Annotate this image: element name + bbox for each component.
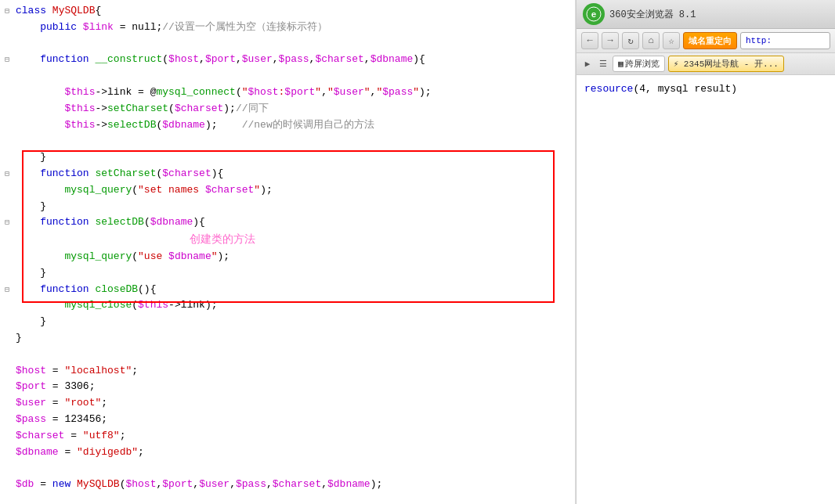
line-8: $this->selectDB($dbname); //new的时候调用自己的方…: [0, 117, 575, 134]
refresh-button[interactable]: ↻: [622, 32, 639, 49]
code-line-20: }: [14, 330, 575, 347]
code-line-13: }: [14, 199, 575, 215]
fold-icon-17[interactable]: ⊟: [0, 282, 14, 297]
split-screen-icon: ▦: [618, 59, 624, 69]
split-screen-button[interactable]: ▦ 跨屏浏览: [613, 56, 665, 72]
fold-icon-10: [0, 149, 14, 152]
line-7: $this->setCharset($charset);//同下: [0, 101, 575, 117]
svg-text:e: e: [591, 10, 597, 20]
line-19: }: [0, 314, 575, 330]
fold-icon-19: [0, 314, 14, 316]
code-line-25: $pass = 123456;: [14, 412, 575, 428]
fold-icon-4[interactable]: ⊟: [0, 52, 14, 67]
code-line-15: mysql_query("use $dbname");: [14, 249, 575, 265]
fold-icon-6: [0, 85, 14, 87]
browser-titlebar: e 360安全浏览器 8.1: [577, 0, 835, 29]
nav-site-button[interactable]: ⚡ 2345网址导航 - 开...: [668, 56, 784, 72]
home-button[interactable]: ⌂: [642, 32, 660, 49]
code-line-27: $dbname = "diyigedb";: [14, 445, 575, 461]
line-21: [0, 347, 575, 363]
code-line-2: public $link = null;//设置一个属性为空（连接标示符）: [14, 20, 575, 36]
fold-icon-26: [0, 428, 14, 430]
code-line-22: $host = "localhost";: [14, 363, 575, 380]
resource-params: (4, mysql result): [633, 83, 737, 95]
fold-icon-15: [0, 249, 14, 251]
fold-icon-25: [0, 412, 14, 414]
line-2: public $link = null;//设置一个属性为空（连接标示符）: [0, 20, 575, 36]
resource-output: resource(4, mysql result): [584, 83, 827, 95]
forward-button[interactable]: →: [602, 32, 619, 49]
address-text: http:: [746, 36, 772, 45]
browser-panel: e 360安全浏览器 8.1 ← → ↻ ⌂ ☆ 域名重定向 http: ▶ ☰…: [576, 0, 835, 504]
code-line-26: $charset = "utf8";: [14, 428, 575, 445]
line-30: [0, 493, 575, 504]
line-14: ⊟ function selectDB($dbname){ 创建类的方法: [0, 214, 575, 249]
line-4: ⊟ function __construct($host,$port,$user…: [0, 52, 575, 68]
line-3: [0, 36, 575, 52]
sidebar-toggle-button[interactable]: ▶: [581, 58, 594, 70]
line-6: $this->link = @mysql_connect("$host:$por…: [0, 85, 575, 101]
code-line-30: [14, 493, 575, 504]
fold-icon-24: [0, 395, 14, 398]
code-line-23: $port = 3306;: [14, 379, 575, 395]
browser-logo: e: [583, 3, 605, 25]
line-16: }: [0, 265, 575, 282]
code-line-5: [14, 68, 575, 85]
code-line-18: mysql_close($this->link);: [14, 297, 575, 314]
fold-icon-14[interactable]: ⊟: [0, 214, 14, 229]
browser-content: resource(4, mysql result): [577, 75, 835, 504]
fold-icon-20: [0, 330, 14, 333]
line-25: $pass = 123456;: [0, 412, 575, 428]
browser-title-text: 360安全浏览器 8.1: [609, 8, 696, 21]
code-area: ⊟ class MySQLDB{ public $link = null;//设…: [0, 0, 575, 504]
code-line-24: $user = "root";: [14, 395, 575, 412]
fold-icon-9: [0, 133, 14, 135]
line-5: [0, 68, 575, 85]
code-line-28: [14, 460, 575, 477]
star-button[interactable]: ☆: [663, 32, 680, 49]
fold-icon-30: [0, 493, 14, 495]
fold-icon-16: [0, 265, 14, 268]
split-screen-label: 跨屏浏览: [625, 58, 660, 70]
fold-icon-27: [0, 445, 14, 447]
fold-icon-18: [0, 297, 14, 300]
line-24: $user = "root";: [0, 395, 575, 412]
fold-icon-23: [0, 379, 14, 381]
code-line-17: function closeDB(){: [14, 282, 575, 298]
line-20: }: [0, 330, 575, 347]
code-line-29: $db = new MySQLDB($host,$port,$user,$pas…: [14, 477, 575, 493]
line-18: mysql_close($this->link);: [0, 297, 575, 314]
fold-icon-11[interactable]: ⊟: [0, 166, 14, 181]
menu-button[interactable]: ☰: [597, 58, 609, 70]
line-17: ⊟ function closeDB(){: [0, 282, 575, 298]
address-bar[interactable]: http:: [740, 32, 830, 49]
fold-icon-1[interactable]: ⊟: [0, 3, 14, 18]
line-1: ⊟ class MySQLDB{: [0, 3, 575, 20]
domain-redirect-button[interactable]: 域名重定向: [683, 32, 737, 49]
code-line-16: }: [14, 265, 575, 282]
browser-toolbar-main: ← → ↻ ⌂ ☆ 域名重定向 http:: [577, 29, 835, 53]
line-26: $charset = "utf8";: [0, 428, 575, 445]
fold-icon-22: [0, 363, 14, 365]
line-22: $host = "localhost";: [0, 363, 575, 380]
fold-icon-5: [0, 68, 14, 70]
nav-icon: ⚡: [674, 59, 679, 69]
fold-icon-8: [0, 117, 14, 120]
code-line-6: $this->link = @mysql_connect("$host:$por…: [14, 85, 575, 101]
line-9: [0, 133, 575, 149]
code-line-12: mysql_query("set names $charset");: [14, 182, 575, 199]
code-line-3: [14, 36, 575, 52]
fold-icon-28: [0, 460, 14, 463]
nav-site-label: 2345网址导航 - 开...: [684, 59, 779, 69]
code-line-11: function setCharset($charset){: [14, 166, 575, 182]
resource-keyword: resource: [584, 83, 633, 95]
fold-icon-29: [0, 477, 14, 479]
line-29: $db = new MySQLDB($host,$port,$user,$pas…: [0, 477, 575, 493]
line-10: }: [0, 149, 575, 166]
back-button[interactable]: ←: [581, 32, 598, 49]
code-line-14: function selectDB($dbname){ 创建类的方法: [14, 214, 575, 249]
fold-icon-12: [0, 182, 14, 185]
line-27: $dbname = "diyigedb";: [0, 445, 575, 461]
code-panel: ⊟ class MySQLDB{ public $link = null;//设…: [0, 0, 576, 504]
fold-icon-2: [0, 20, 14, 22]
